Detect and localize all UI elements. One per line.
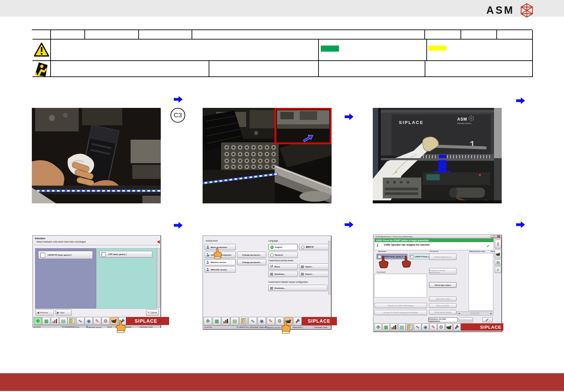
scroll-thumb[interactable] <box>471 312 480 315</box>
toolbar-button-stations[interactable]: ▦ <box>382 323 390 331</box>
toolbar-button-statistics[interactable] <box>222 317 230 325</box>
toolbar-button-camera[interactable]: ◉ <box>85 317 93 325</box>
button-label: Nozzle reference run <box>434 256 451 258</box>
comment-textarea[interactable] <box>374 274 427 298</box>
toolbar-button-repair[interactable]: ✎ <box>93 317 101 325</box>
maintenance-step-list[interactable] <box>469 253 493 311</box>
status-station: TC-R00PE/S003 Cris. <box>62 326 80 328</box>
toolbar-button-camera[interactable]: ◉ <box>258 317 266 325</box>
scroll-right-icon[interactable]: ► <box>490 312 492 315</box>
customized-levels-label: Customized activity levels <box>268 259 293 262</box>
scroll-left-icon[interactable]: ◄ <box>458 312 460 315</box>
checkbox[interactable] <box>101 252 106 257</box>
toolbar-button-setup[interactable]: ▤ <box>59 317 67 325</box>
maximize-button[interactable]: □ <box>494 235 497 238</box>
level-machine-service[interactable]: Machine service <box>205 259 236 265</box>
vertical-scrollbar[interactable] <box>328 241 331 295</box>
toolbar-button-diagnostics[interactable]: ∿ <box>414 323 421 331</box>
pick-up-nozzles-button[interactable]: Pick up nozzles <box>429 303 456 308</box>
header-cell <box>139 30 192 40</box>
person-icon <box>265 326 267 328</box>
toolbar-button-cabinet[interactable] <box>406 323 413 331</box>
language-chinese[interactable]: 简体中文 <box>299 244 329 250</box>
distribute-button[interactable]: ▤ Distribute... <box>268 271 298 277</box>
prepare-manual-maintenance-button[interactable]: Prepare for manual maintenance <box>429 268 456 274</box>
minimize-button[interactable]: ▁ <box>491 235 494 238</box>
change-password-label: Change password... <box>242 261 261 263</box>
toolbar: ✤▦▤∿◉✎⚙ SIPLACE <box>33 317 160 325</box>
hand-cursor <box>401 256 411 268</box>
level-siplace-service[interactable]: SIPLACE service <box>205 266 236 273</box>
wrench-icon <box>454 324 460 330</box>
import-button[interactable]: ▤ Import... <box>299 263 329 270</box>
toolbar-button-repair[interactable]: ✎ <box>267 317 275 325</box>
nozzle-reference-run-button[interactable]: Nozzle reference run <box>429 254 456 260</box>
toolbar-button-overview[interactable]: ✤ <box>374 323 382 331</box>
c3-label: C3 <box>174 112 182 119</box>
asm-hex-icon <box>519 3 535 18</box>
toolbar-button-service[interactable]: ⚙ <box>101 317 110 325</box>
next-button[interactable]: ▶ Next <box>56 309 72 316</box>
reset-button[interactable]: ↺ Reset <box>268 263 298 270</box>
toolbar-button-repair[interactable]: ✎ <box>430 323 437 331</box>
hand-cursor <box>377 256 389 269</box>
toolbar-button-cabinet[interactable] <box>239 317 248 325</box>
toolbar-button-statistics[interactable] <box>390 323 398 331</box>
setup-icon: ▤ <box>400 325 404 329</box>
green-highlight-swatch <box>321 46 339 52</box>
toolbar-button-oil-can[interactable] <box>445 323 453 331</box>
checkbox[interactable] <box>40 253 45 258</box>
toolbar-button-statistics[interactable] <box>51 317 59 325</box>
functions-label: Functions <box>430 250 438 252</box>
generate-report-button[interactable]: Generate report <box>459 317 473 322</box>
status-time: 10:13:25 <box>33 326 41 328</box>
change-password-button-1[interactable]: Change password... <box>237 252 266 258</box>
toolbar-button-stations[interactable]: ▦ <box>42 317 50 325</box>
check-filter-disks-button[interactable]: Check filter disks <box>429 297 456 301</box>
vertical-scrollbar[interactable] <box>157 248 160 308</box>
toolbar-button-setup[interactable]: ▤ <box>230 317 239 325</box>
sidebar-info-button[interactable]: i <box>495 240 501 249</box>
change-password-button-2[interactable]: Change password... <box>237 259 266 265</box>
oil-can-icon <box>446 325 452 329</box>
status-user: Machine service <box>86 326 88 328</box>
toolbar-button-diagnostics[interactable]: ∿ <box>249 317 257 325</box>
lamps-distribute-button[interactable]: ▤ Distribute... <box>268 285 328 291</box>
endurance-run-button[interactable]: Endurance run after maintenance <box>428 317 457 322</box>
language-english[interactable]: English <box>268 244 298 250</box>
next-label: Next <box>60 312 64 314</box>
cancel-button[interactable]: ✕ Cancel <box>146 309 159 316</box>
toolbar-button-overview[interactable]: ✤ <box>204 317 212 325</box>
language-deutsch[interactable]: Deutsch <box>268 252 298 258</box>
selection-label: Selection <box>378 250 386 252</box>
check-nozzle-seating-button[interactable]: Check nozzle seating <box>429 310 456 315</box>
toolbar-button-wrench[interactable] <box>293 317 302 325</box>
header-cell <box>32 30 51 40</box>
previous-button[interactable]: ◀ Previous <box>36 309 54 316</box>
horizontal-scrollbar[interactable]: ◄ ► <box>457 311 493 316</box>
check-clock-icon: ✔ <box>496 268 499 272</box>
head-button-gantry1[interactable]: CPP Head, gantry 1 <box>99 251 152 258</box>
prepare-head-exchange-button[interactable]: Prepare for head exchange and shutdown <box>374 310 427 315</box>
head-button-gantry2[interactable]: C&P20 P2 Head, gantry 2 <box>38 251 93 259</box>
sidebar-check-button[interactable]: ✔ <box>495 267 501 273</box>
toolbar-button-wrench[interactable] <box>453 323 461 331</box>
sidebar-oilcan-button[interactable] <box>495 250 501 258</box>
toolbar-button-cabinet[interactable] <box>68 317 76 325</box>
tool-option-button[interactable]: - <box>482 317 493 322</box>
sidebar-stack-button[interactable]: ▤ <box>495 259 501 266</box>
camera-icon: ◉ <box>423 325 427 329</box>
close-button[interactable]: ✕ <box>497 235 500 238</box>
repair-icon: ✎ <box>269 319 273 323</box>
prepare-nozzle-maintenance-button[interactable]: Prepare for nozzle maintenance <box>374 303 427 308</box>
export-button[interactable]: ▤ Export... <box>299 271 329 277</box>
esd-cell <box>32 61 51 77</box>
check-tape-cutters-button[interactable]: Check tape cutters <box>429 282 456 288</box>
toolbar-button-diagnostics[interactable]: ∿ <box>76 317 84 325</box>
toolbar-button-overview[interactable]: ✤ <box>34 317 42 325</box>
toolbar-button-service[interactable]: ⚙ <box>437 323 445 331</box>
toolbar-button-setup[interactable]: ▤ <box>398 323 406 331</box>
confirm-check-icon[interactable]: ✔ <box>487 244 490 248</box>
toolbar-button-stations[interactable]: ▦ <box>213 317 221 325</box>
toolbar-button-camera[interactable]: ◉ <box>422 323 429 331</box>
